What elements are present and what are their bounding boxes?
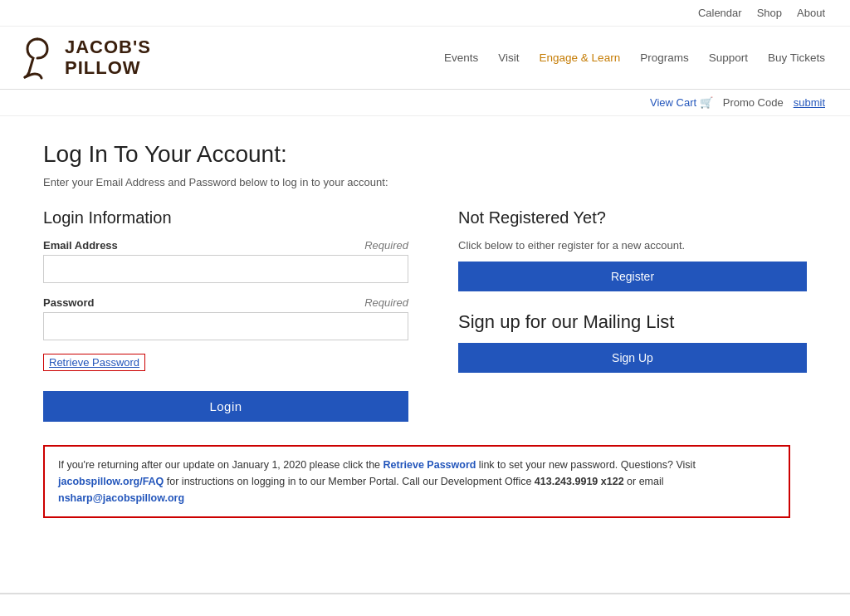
logo-link[interactable]: JACOB'S PILLOW: [17, 35, 151, 81]
email-label: Email Address: [43, 239, 118, 252]
cart-row: View Cart 🛒 Promo Code submit: [0, 90, 850, 116]
cart-icon: 🛒: [700, 96, 713, 109]
notice-phone: 413.243.9919 x122: [535, 476, 624, 487]
mailing-title: Sign up for our Mailing List: [458, 311, 807, 333]
retrieve-password-link[interactable]: Retrieve Password: [43, 354, 145, 371]
about-link[interactable]: About: [797, 7, 825, 19]
password-input[interactable]: [43, 312, 408, 340]
notice-email[interactable]: nsharp@jacobspillow.org: [58, 492, 184, 504]
main-nav: Events Visit Engage & Learn Programs Sup…: [444, 51, 825, 64]
login-button[interactable]: Login: [43, 391, 408, 422]
email-required: Required: [364, 239, 408, 252]
promo-code-label: Promo Code: [723, 96, 784, 109]
login-section-title: Login Information: [43, 208, 408, 227]
top-bar: Calendar Shop About: [0, 0, 850, 27]
nav-buy-tickets[interactable]: Buy Tickets: [768, 51, 825, 64]
view-cart-link[interactable]: View Cart 🛒: [650, 96, 713, 109]
register-button[interactable]: Register: [458, 262, 807, 291]
notice-text2: link to set your new password. Questions…: [476, 459, 695, 471]
notice-retrieve-link[interactable]: Retrieve Password: [383, 459, 476, 471]
header: JACOB'S PILLOW Events Visit Engage & Lea…: [0, 27, 850, 90]
retrieve-password-wrapper: Retrieve Password: [43, 354, 408, 381]
two-col-layout: Login Information Email Address Required…: [43, 208, 807, 422]
nav-visit[interactable]: Visit: [498, 51, 519, 64]
notice-text1: If you're returning after our update on …: [58, 459, 383, 471]
notice-box: If you're returning after our update on …: [43, 445, 790, 518]
email-form-group: Email Address Required: [43, 239, 408, 283]
login-section: Login Information Email Address Required…: [43, 208, 408, 422]
notice-text3: for instructions on logging in to our Me…: [164, 476, 535, 487]
page-title: Log In To Your Account:: [43, 141, 807, 168]
password-form-group: Password Required: [43, 296, 408, 340]
password-label: Password: [43, 296, 94, 309]
not-registered-title: Not Registered Yet?: [458, 208, 807, 227]
not-registered-subtitle: Click below to either register for a new…: [458, 239, 807, 252]
notice-faq-link[interactable]: jacobspillow.org/FAQ: [58, 476, 164, 487]
intro-text: Enter your Email Address and Password be…: [43, 176, 807, 188]
main-content: Log In To Your Account: Enter your Email…: [18, 116, 832, 551]
submit-link[interactable]: submit: [794, 96, 825, 109]
nav-events[interactable]: Events: [444, 51, 478, 64]
nav-engage-learn[interactable]: Engage & Learn: [540, 51, 621, 64]
calendar-link[interactable]: Calendar: [698, 7, 742, 19]
password-required: Required: [364, 296, 408, 309]
password-label-row: Password Required: [43, 296, 408, 309]
notice-text4: or email: [624, 476, 664, 487]
nav-programs[interactable]: Programs: [640, 51, 689, 64]
register-section: Not Registered Yet? Click below to eithe…: [458, 208, 807, 373]
email-label-row: Email Address Required: [43, 239, 408, 252]
email-input[interactable]: [43, 255, 408, 283]
logo-text: JACOB'S PILLOW: [65, 37, 151, 77]
nav-support[interactable]: Support: [709, 51, 748, 64]
logo-icon: [17, 35, 58, 81]
shop-link[interactable]: Shop: [757, 7, 782, 19]
signup-button[interactable]: Sign Up: [458, 343, 807, 373]
footer: JACOB'S PILLOW OUR LOCATION 358 George C…: [0, 593, 850, 616]
